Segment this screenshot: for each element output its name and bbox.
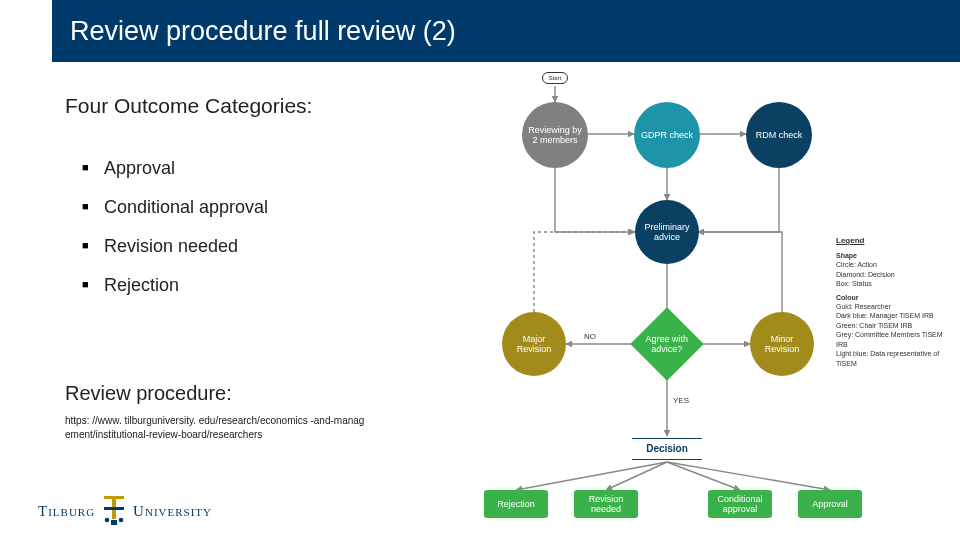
subtitle: Four Outcome Categories: (65, 94, 312, 118)
svg-line-13 (667, 462, 740, 490)
outcome-rejection: Rejection (484, 490, 548, 518)
svg-line-11 (516, 462, 667, 490)
no-label: NO (584, 332, 596, 341)
legend-shape-item: Box: Status (836, 279, 946, 288)
legend-colour-item: Gold: Researcher (836, 302, 946, 311)
flowchart: Start Reviewing by 2 members GDPR check … (478, 72, 950, 528)
svg-line-12 (606, 462, 667, 490)
prelim-node: Preliminary advice (635, 200, 699, 264)
reviewing-node: Reviewing by 2 members (522, 102, 588, 168)
outcome-revision: Revision needed (574, 490, 638, 518)
svg-rect-5 (111, 520, 117, 525)
legend-shape-item: Circle: Action (836, 260, 946, 269)
gdpr-node: GDPR check (634, 102, 700, 168)
logo-left-word: Tilburg (38, 503, 95, 520)
rdm-node: RDM check (746, 102, 812, 168)
review-procedure-label: Review procedure: (65, 382, 232, 405)
bullet-item: Approval (82, 158, 268, 179)
major-revision-node: Major Revision (502, 312, 566, 376)
legend-colour-item: Green: Chair TiSEM IRB (836, 321, 946, 330)
legend-colour-item: Grey: Committee Members TiSEM IRB (836, 330, 946, 349)
svg-line-14 (667, 462, 830, 490)
bullet-item: Revision needed (82, 236, 268, 257)
legend: Legend Shape Circle: Action Diamond: Dec… (836, 236, 946, 368)
svg-rect-0 (104, 496, 124, 499)
yes-label: YES (673, 396, 689, 405)
slide: Review procedure full review (2) Four Ou… (0, 0, 960, 540)
legend-colour-item: Light blue: Data representative of TiSEM (836, 349, 946, 368)
svg-point-3 (105, 518, 110, 523)
legend-shape-heading: Shape (836, 251, 946, 260)
agree-decision-node: Agree with advice? (630, 307, 704, 381)
title-tab (0, 0, 52, 62)
legend-title: Legend (836, 236, 946, 247)
decision-node: Decision (632, 438, 702, 460)
bullet-item: Conditional approval (82, 197, 268, 218)
svg-point-4 (119, 518, 124, 523)
slide-title: Review procedure full review (2) (70, 16, 456, 47)
start-node: Start (542, 72, 568, 84)
minor-revision-node: Minor Revision (750, 312, 814, 376)
outcome-conditional: Conditional approval (708, 490, 772, 518)
bullet-list: Approval Conditional approval Revision n… (82, 158, 268, 314)
legend-colour-heading: Colour (836, 293, 946, 302)
legend-colour-item: Dark blue: Manager TiSEM IRB (836, 311, 946, 320)
review-procedure-url: https: //www. tilburguniversity. edu/res… (65, 414, 365, 441)
legend-shape-item: Diamond: Decision (836, 270, 946, 279)
crest-icon (101, 496, 127, 526)
svg-rect-2 (104, 507, 124, 510)
university-logo: Tilburg University (38, 496, 212, 526)
title-bar: Review procedure full review (2) (0, 0, 960, 62)
bullet-item: Rejection (82, 275, 268, 296)
logo-right-word: University (133, 503, 212, 520)
outcome-approval: Approval (798, 490, 862, 518)
